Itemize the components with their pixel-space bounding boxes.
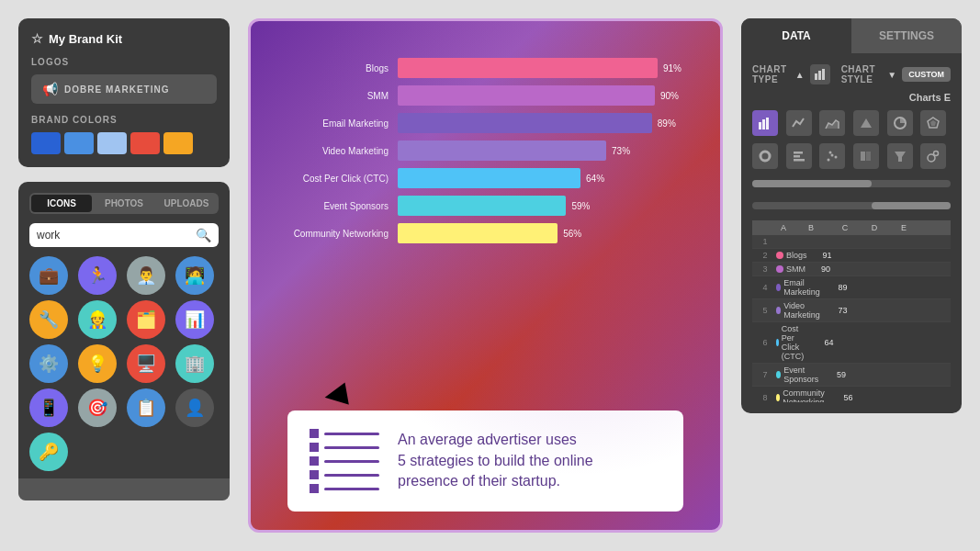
svg-point-17 (835, 156, 838, 159)
chart-icon-donut[interactable] (752, 143, 778, 169)
info-text: An average advertiser uses5 strategies t… (398, 430, 593, 491)
tab-uploads[interactable]: UPLOADS (156, 195, 217, 212)
center-canvas: Blogs 91% SMM 90% Emai (248, 18, 723, 533)
table-row[interactable]: 2 Blogs 91 (752, 249, 951, 263)
bar-track: 73% (398, 141, 683, 161)
brand-colors-label: BRAND COLORS (31, 115, 217, 125)
brand-kit-title: My Brand Kit (49, 32, 122, 46)
icons-panel: ICONS PHOTOS UPLOADS 🔍 💼 🏃 👨‍💼 🧑‍💻 🔧 👷 🗂… (18, 182, 230, 500)
svg-rect-13 (794, 159, 805, 162)
table-row[interactable]: 4 Email Marketing 89 (752, 276, 951, 299)
list-item[interactable]: 🎯 (78, 388, 117, 427)
chart-icon-pie[interactable] (887, 110, 913, 136)
list-item[interactable]: 🧑‍💻 (175, 256, 214, 295)
chart-icon-hbar[interactable] (786, 143, 812, 169)
chart-icon-bubble[interactable] (920, 143, 946, 169)
bullet-item (310, 443, 379, 452)
list-item[interactable]: 🗂️ (127, 300, 165, 339)
tab-settings[interactable]: SETTINGS (851, 18, 962, 53)
bar-track: 56% (398, 223, 683, 243)
svg-marker-20 (895, 152, 906, 162)
bar-track: 91% (398, 58, 683, 78)
bar-pct: 73% (612, 146, 630, 156)
bar-row: Cost Per Click (CTC) 64% (287, 168, 683, 188)
icon-search-row: 🔍 (29, 223, 219, 247)
table-row[interactable]: 7 Event Sponsors 59 (752, 364, 951, 387)
bullet-line (324, 446, 379, 449)
search-input[interactable] (37, 229, 190, 242)
list-item[interactable]: 📊 (175, 300, 214, 339)
chart-type-row: CHART TYPE ▲ CHART STYLE ▼ CUSTOM (752, 64, 951, 84)
icons-grid: 💼 🏃 👨‍💼 🧑‍💻 🔧 👷 🗂️ 📊 ⚙️ 💡 🖥️ 🏢 📱 🎯 📋 (29, 256, 219, 471)
bar-track: 59% (398, 196, 683, 216)
right-panel: DATA SETTINGS CHART TYPE ▲ CHART STYLE ▼… (741, 18, 962, 413)
chart-icon-ring[interactable] (853, 143, 879, 169)
main-container: ☆ My Brand Kit LOGOS 📢 DOBRE MARKETING B… (0, 0, 980, 551)
svg-marker-6 (861, 118, 872, 128)
table-row[interactable]: 8 Community Networking 56 (752, 387, 951, 402)
chart-icon-radar[interactable] (920, 110, 946, 136)
color-swatch-4[interactable] (130, 132, 160, 154)
list-item[interactable]: 🖥️ (127, 344, 165, 383)
chart-icon-line[interactable] (786, 110, 812, 136)
color-swatch-5[interactable] (163, 132, 193, 154)
chart-type-icon-btn[interactable] (810, 64, 830, 84)
chart-icon-area[interactable] (819, 110, 845, 136)
list-item[interactable]: 👤 (175, 388, 214, 427)
list-item[interactable]: ⚙️ (29, 344, 68, 383)
table-row[interactable]: 6 Cost Per Click (CTC) 64 (752, 322, 951, 364)
table-row[interactable]: 3 SMM 90 (752, 263, 951, 276)
bar-track: 89% (398, 113, 683, 133)
color-swatch-2[interactable] (64, 132, 94, 154)
bar-label: Community Networking (287, 229, 389, 239)
scrollbar-track-2[interactable] (752, 202, 951, 209)
list-item[interactable]: 🏃 (78, 256, 117, 295)
list-item[interactable]: 📱 (29, 388, 68, 427)
logos-label: LOGOS (31, 57, 217, 67)
svg-rect-3 (759, 122, 761, 129)
bar-pct: 90% (660, 91, 679, 101)
color-swatch-3[interactable] (97, 132, 127, 154)
chart-icon-mountain[interactable] (853, 110, 879, 136)
color-swatch-1[interactable] (31, 132, 61, 154)
list-item[interactable]: 📋 (127, 388, 165, 427)
tab-data[interactable]: DATA (741, 18, 851, 53)
bullet-line (324, 460, 379, 463)
list-item[interactable]: 🏢 (175, 344, 214, 383)
chart-icon-scatter[interactable] (819, 143, 845, 169)
bullet-item (310, 470, 379, 479)
chart-icon-bar[interactable] (752, 110, 778, 136)
list-item[interactable]: 👨‍💼 (127, 256, 165, 295)
list-item[interactable]: 🔧 (29, 300, 68, 339)
scrollbar-thumb-2[interactable] (872, 202, 951, 209)
tab-icons[interactable]: ICONS (31, 195, 92, 212)
custom-button[interactable]: CUSTOM (902, 67, 951, 82)
svg-point-15 (831, 154, 834, 157)
list-item[interactable]: 👷 (78, 300, 117, 339)
panel-bottom-bar (18, 478, 230, 500)
bullet-square (310, 456, 319, 466)
svg-rect-19 (866, 152, 871, 161)
svg-marker-9 (930, 120, 936, 126)
tab-photos[interactable]: PHOTOS (94, 195, 154, 212)
list-item[interactable]: 🔑 (29, 433, 68, 471)
table-row[interactable]: 5 Video Marketing 73 (752, 299, 951, 322)
scrollbar-thumb-1[interactable] (752, 180, 872, 187)
bar-row: Blogs 91% (287, 58, 683, 78)
table-header: A B C D E (752, 220, 951, 235)
bar-pct: 91% (663, 63, 681, 73)
svg-rect-0 (815, 73, 817, 80)
scrollbar-track-1[interactable] (752, 180, 951, 187)
bar-pct: 56% (563, 229, 581, 239)
media-tab-row: ICONS PHOTOS UPLOADS (29, 193, 219, 214)
chart-icon-funnel[interactable] (887, 143, 913, 169)
list-item[interactable]: 💼 (29, 256, 68, 295)
search-icon[interactable]: 🔍 (196, 228, 211, 242)
table-row[interactable]: 1 (752, 235, 951, 249)
brand-kit-header: ☆ My Brand Kit (31, 31, 217, 46)
data-table: A B C D E 1 2 Blogs 91 3 SMM (752, 220, 951, 402)
bar-label: Blogs (287, 63, 389, 73)
list-item[interactable]: 💡 (78, 344, 117, 383)
bullet-square (310, 484, 319, 493)
bar-row: Event Sponsors 59% (287, 196, 683, 216)
